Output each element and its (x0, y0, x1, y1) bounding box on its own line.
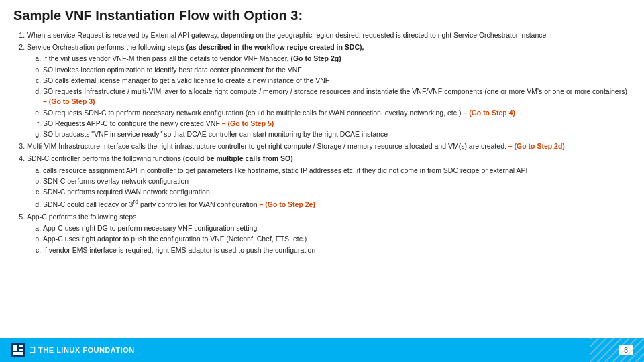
sub-list-item: SDN-C performs overlay network configura… (43, 176, 631, 186)
sub-list-item: SO calls external license manager to get… (43, 76, 631, 86)
sub-list: calls resource assignment API in control… (27, 166, 631, 210)
main-list: When a service Request is received by Ex… (13, 30, 631, 255)
sub-list-item: If vendor EMS interface is required, rig… (43, 245, 631, 255)
svg-rect-2 (13, 352, 23, 355)
lf-label: ☐ THE LINUX FOUNDATION (29, 346, 135, 355)
item-text: Service Orchestration performs the follo… (27, 43, 364, 51)
content-body: When a service Request is received by Ex… (13, 30, 631, 255)
sub-list-item: SDN-C could call legacy or 3rd party con… (43, 198, 631, 210)
list-item: App-C performs the following steps App-C… (27, 212, 631, 255)
svg-rect-3 (19, 345, 23, 347)
sub-list-item: SO broadcasts "VNF in service ready" so … (43, 129, 631, 139)
footer-bar: ☐ THE LINUX FOUNDATION 8 (0, 338, 644, 362)
sub-list: If the vnf uses vendor VNF-M then pass a… (27, 54, 631, 139)
svg-rect-6 (590, 338, 644, 362)
list-item: Multi-VIM Infrastructure Interface calls… (27, 141, 631, 152)
page-container: Sample VNF Instantiation Flow with Optio… (0, 0, 644, 362)
list-item: SDN-C controller performs the following … (27, 154, 631, 210)
item-text: When a service Request is received by Ex… (27, 31, 546, 39)
sub-list-item: SO requests SDN-C to perform necessary n… (43, 108, 631, 118)
sub-list-item: SDN-C performs required WAN network conf… (43, 187, 631, 197)
sub-list-item: SO invokes location optimization to iden… (43, 65, 631, 75)
lf-logo-icon (11, 343, 25, 357)
list-item: When a service Request is received by Ex… (27, 30, 631, 40)
page-title: Sample VNF Instantiation Flow with Optio… (13, 8, 631, 23)
sub-list-item: App-C uses right adaptor to push the con… (43, 234, 631, 244)
item-text: SDN-C controller performs the following … (27, 154, 293, 162)
item-text: App-C performs the following steps (27, 213, 136, 221)
sub-list-item: SO Requests APP-C to configure the newly… (43, 119, 631, 129)
sub-list-item: calls resource assignment API in control… (43, 166, 631, 176)
sub-list-item: If the vnf uses vendor VNF-M then pass a… (43, 54, 631, 64)
svg-rect-4 (19, 349, 23, 351)
sub-list-item: SO requests Infrastructure / multi-VIM l… (43, 86, 631, 107)
item-text: Multi-VIM Infrastructure Interface calls… (27, 142, 565, 150)
linux-foundation-logo: ☐ THE LINUX FOUNDATION (11, 343, 135, 357)
main-content: Sample VNF Instantiation Flow with Optio… (0, 0, 644, 338)
sub-list: App-C uses right DG to perform necessary… (27, 223, 631, 255)
diagonal-pattern (590, 338, 644, 362)
footer-left: ☐ THE LINUX FOUNDATION (11, 343, 135, 357)
hatch-svg (590, 338, 644, 362)
svg-rect-1 (13, 345, 17, 351)
sub-list-item: App-C uses right DG to perform necessary… (43, 223, 631, 233)
list-item: Service Orchestration performs the follo… (27, 42, 631, 139)
